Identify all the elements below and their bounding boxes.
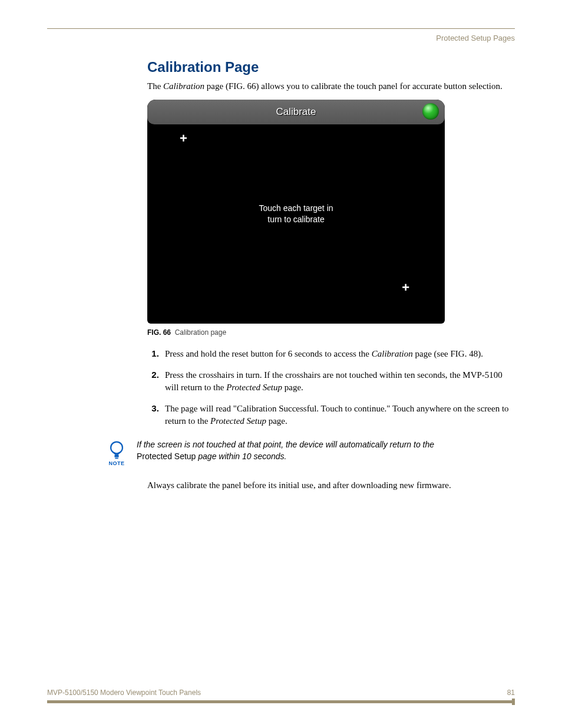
status-led-icon	[422, 103, 439, 120]
step-italic: Protected Setup	[226, 383, 282, 392]
step-1: Press and hold the reset button for 6 se…	[161, 347, 515, 360]
calibrate-header-title: Calibrate	[276, 106, 316, 118]
calibrate-screenshot: Calibrate + Touch each target in turn to…	[147, 100, 445, 324]
note-line2-name: Protected Setup	[137, 452, 196, 461]
note-block: NOTE If the screen is not touched at tha…	[106, 439, 515, 466]
content-column: Calibration Page The Calibration page (F…	[147, 59, 515, 427]
note-text: If the screen is not touched at that poi…	[137, 439, 434, 462]
svg-rect-1	[114, 455, 118, 457]
crosshair-icon: +	[402, 281, 409, 294]
figure-caption-label: FIG. 66	[147, 328, 171, 337]
step-text: page.	[282, 383, 303, 392]
step-text: page (see FIG. 48).	[413, 349, 483, 358]
step-3: The page will read "Calibration Successf…	[161, 402, 515, 427]
figure-caption-text: Calibration page	[175, 328, 226, 337]
figure-66: Calibrate + Touch each target in turn to…	[147, 100, 445, 337]
figure-caption: FIG. 66 Calibration page	[147, 328, 445, 337]
page-footer: MVP-5100/5150 Modero Viewpoint Touch Pan…	[47, 689, 515, 703]
page-number: 81	[507, 689, 515, 697]
step-text: page.	[266, 416, 287, 426]
calibrate-instruction: Touch each target in turn to calibrate	[147, 203, 445, 225]
top-rule	[47, 28, 515, 29]
calibrate-header-bar: Calibrate	[147, 100, 445, 124]
crosshair-icon: +	[180, 132, 187, 145]
step-2: Press the crosshairs in turn. If the cro…	[161, 368, 515, 394]
closing-paragraph: Always calibrate the panel before its in…	[147, 480, 515, 490]
footer-left: MVP-5100/5150 Modero Viewpoint Touch Pan…	[47, 689, 201, 697]
intro-italic: Calibration	[163, 81, 204, 91]
calibrate-msg-line1: Touch each target in	[259, 203, 333, 213]
note-line1: If the screen is not touched at that poi…	[137, 440, 434, 449]
footer-line: MVP-5100/5150 Modero Viewpoint Touch Pan…	[47, 689, 515, 700]
step-text: Press the crosshairs in turn. If the cro…	[165, 370, 503, 392]
step-italic: Calibration	[372, 349, 413, 358]
running-head: Protected Setup Pages	[47, 34, 515, 42]
step-italic: Protected Setup	[210, 416, 266, 426]
intro-pre: The	[147, 81, 163, 91]
step-text: Press and hold the reset button for 6 se…	[165, 349, 372, 358]
footer-rule	[47, 700, 515, 703]
note-label: NOTE	[108, 460, 124, 466]
lightbulb-icon	[106, 439, 127, 460]
section-title: Calibration Page	[147, 59, 515, 75]
after-note-wrap: Always calibrate the panel before its in…	[147, 480, 515, 490]
intro-post: page (FIG. 66) allows you to calibrate t…	[204, 81, 503, 91]
page: Protected Setup Pages Calibration Page T…	[0, 0, 562, 728]
intro-paragraph: The Calibration page (FIG. 66) allows yo…	[147, 81, 515, 91]
svg-point-0	[111, 442, 123, 454]
note-icon: NOTE	[106, 439, 127, 466]
steps-list: Press and hold the reset button for 6 se…	[147, 347, 515, 427]
note-line2-rest: page within 10 seconds.	[196, 452, 286, 461]
calibrate-msg-line2: turn to calibrate	[267, 215, 325, 224]
